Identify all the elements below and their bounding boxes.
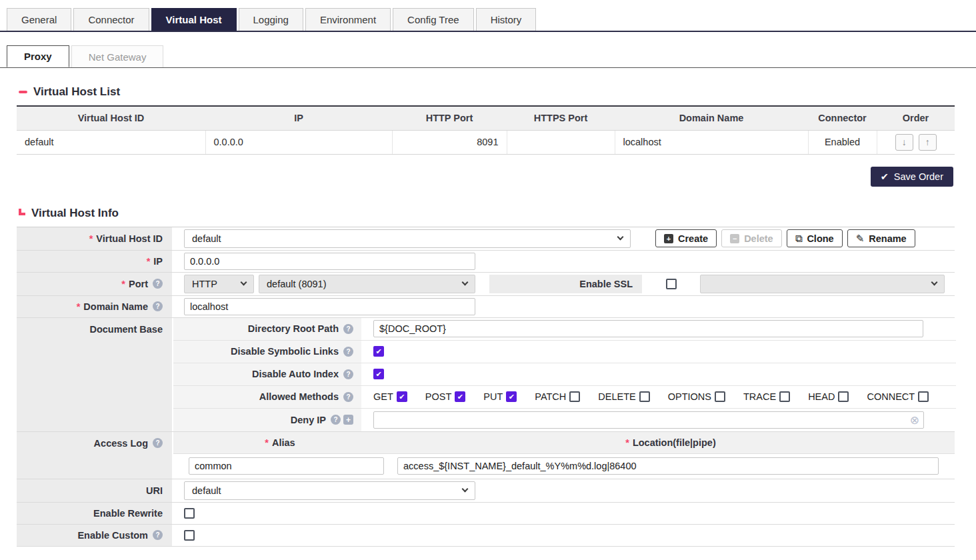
sub-row-disable-auto-index: Disable Auto Index ? ✔ bbox=[173, 363, 956, 386]
section-title-virtual-host-list: Virtual Host List bbox=[33, 85, 120, 99]
help-icon[interactable]: ? bbox=[153, 301, 163, 311]
add-deny-ip-icon[interactable]: + bbox=[343, 415, 353, 425]
alias-header: * Alias bbox=[173, 437, 387, 448]
enable-rewrite-checkbox[interactable]: ✔ bbox=[184, 508, 195, 519]
clone-button[interactable]: ⧉ Clone bbox=[787, 229, 843, 247]
tab-general[interactable]: General bbox=[7, 8, 71, 31]
method-delete-checkbox[interactable]: ✔ bbox=[639, 391, 650, 402]
row-domain-name: * Domain Name ? bbox=[17, 296, 955, 318]
help-icon[interactable]: ? bbox=[343, 347, 353, 357]
method-head: HEAD ✔ bbox=[808, 391, 849, 402]
ssl-config-select[interactable] bbox=[700, 275, 945, 293]
check-icon: ✔ bbox=[399, 393, 405, 401]
rename-button[interactable]: ✎ Rename bbox=[847, 229, 915, 247]
method-put-checkbox[interactable]: ✔ bbox=[506, 391, 517, 402]
ip-label: * IP bbox=[17, 251, 173, 272]
col-virtual-host-id: Virtual Host ID bbox=[17, 106, 205, 130]
row-port: * Port ? HTTP default (8091) Enable SSL … bbox=[17, 273, 955, 296]
disable-auto-index-checkbox[interactable]: ✔ bbox=[373, 369, 384, 379]
port-label: * Port ? bbox=[17, 273, 173, 295]
enable-ssl-checkbox[interactable]: ✔ bbox=[666, 279, 677, 289]
col-connector: Connector bbox=[808, 106, 877, 130]
row-uri: URI default bbox=[17, 479, 955, 503]
access-log-header: * Alias * Location(file|pipe) bbox=[173, 432, 955, 454]
access-log-inputs bbox=[173, 454, 955, 479]
deny-ip-input[interactable] bbox=[373, 411, 924, 429]
location-input[interactable] bbox=[397, 457, 939, 475]
help-icon[interactable]: ? bbox=[331, 415, 341, 425]
tab-virtual-host[interactable]: Virtual Host bbox=[151, 8, 237, 31]
section-title-virtual-host-info: Virtual Host Info bbox=[31, 207, 119, 220]
uri-select[interactable]: default bbox=[184, 481, 475, 500]
row-document-base: Document Base Directory Root Path ? Disa… bbox=[17, 318, 955, 432]
required-marker: * bbox=[89, 233, 93, 244]
tab-config-tree[interactable]: Config Tree bbox=[393, 8, 474, 31]
tab-proxy[interactable]: Proxy bbox=[7, 45, 69, 67]
help-icon[interactable]: ? bbox=[343, 392, 353, 402]
method-head-checkbox[interactable]: ✔ bbox=[838, 391, 849, 402]
move-up-button[interactable]: ↑ bbox=[919, 134, 937, 151]
tab-environment[interactable]: Environment bbox=[305, 8, 391, 31]
allowed-methods-group: GET ✔ POST ✔ PUT ✔ bbox=[361, 386, 956, 408]
disable-symbolic-links-checkbox[interactable]: ✔ bbox=[373, 346, 384, 357]
save-order-button[interactable]: ✔ Save Order bbox=[871, 167, 953, 187]
col-ip: IP bbox=[205, 106, 392, 130]
directory-root-path-input[interactable] bbox=[373, 320, 923, 337]
method-options: OPTIONS ✔ bbox=[668, 391, 725, 402]
domain-name-input[interactable] bbox=[184, 298, 475, 315]
create-button[interactable]: + Create bbox=[655, 229, 717, 247]
help-icon[interactable]: ? bbox=[153, 438, 163, 448]
cell-order: ↓ ↑ bbox=[877, 130, 955, 154]
method-post: POST ✔ bbox=[425, 391, 465, 402]
method-trace-checkbox[interactable]: ✔ bbox=[779, 391, 790, 402]
chevron-down-icon bbox=[462, 279, 469, 286]
method-patch-checkbox[interactable]: ✔ bbox=[569, 391, 580, 402]
method-connect: CONNECT ✔ bbox=[867, 391, 929, 402]
save-order-label: Save Order bbox=[894, 171, 943, 182]
allowed-methods-label: Allowed Methods ? bbox=[173, 386, 361, 408]
cell-virtual-host-id: default bbox=[17, 130, 205, 154]
col-order: Order bbox=[877, 106, 955, 130]
method-options-checkbox[interactable]: ✔ bbox=[715, 391, 725, 402]
method-connect-checkbox[interactable]: ✔ bbox=[918, 391, 929, 402]
virtual-host-list-header: Virtual Host List bbox=[19, 85, 976, 99]
disable-auto-index-label: Disable Auto Index ? bbox=[173, 363, 361, 385]
table-row: default 0.0.0.0 8091 localhost Enabled ↓… bbox=[17, 130, 955, 154]
tab-history[interactable]: History bbox=[476, 8, 537, 31]
virtual-host-id-select[interactable]: default bbox=[184, 229, 631, 248]
sub-row-directory-root-path: Directory Root Path ? bbox=[173, 318, 956, 341]
row-enable-custom: Enable Custom ? ✔ bbox=[17, 525, 955, 547]
tab-logging[interactable]: Logging bbox=[239, 8, 303, 31]
sub-row-deny-ip: Deny IP ? + ⊗ bbox=[173, 409, 956, 431]
tab-net-gateway[interactable]: Net Gateway bbox=[71, 45, 164, 67]
help-icon[interactable]: ? bbox=[153, 530, 163, 540]
help-icon[interactable]: ? bbox=[343, 369, 353, 379]
ip-input[interactable] bbox=[184, 253, 475, 270]
method-get-checkbox[interactable]: ✔ bbox=[397, 391, 407, 402]
chevron-down-icon bbox=[462, 486, 469, 493]
enable-ssl-label: Enable SSL bbox=[489, 275, 642, 293]
action-buttons: + Create − Delete ⧉ Clone ✎ Rename bbox=[655, 229, 915, 247]
clear-icon[interactable]: ⊗ bbox=[910, 414, 919, 425]
method-put: PUT ✔ bbox=[483, 391, 517, 402]
help-icon[interactable]: ? bbox=[153, 279, 163, 289]
method-post-checkbox[interactable]: ✔ bbox=[455, 391, 465, 402]
help-icon[interactable]: ? bbox=[343, 324, 353, 334]
sub-row-disable-symbolic-links: Disable Symbolic Links ? ✔ bbox=[173, 341, 956, 363]
check-icon: ✔ bbox=[375, 348, 381, 355]
main-tab-bar: General Connector Virtual Host Logging E… bbox=[0, 0, 976, 32]
alias-input[interactable] bbox=[189, 457, 384, 475]
tab-connector[interactable]: Connector bbox=[73, 8, 149, 31]
port-protocol-select[interactable]: HTTP bbox=[184, 275, 254, 293]
cell-domain-name: localhost bbox=[615, 130, 808, 154]
check-icon: ✔ bbox=[509, 393, 515, 401]
sub-tab-bar: Proxy Net Gateway bbox=[0, 45, 976, 68]
collapse-dash-icon bbox=[19, 91, 27, 93]
delete-button[interactable]: − Delete bbox=[721, 229, 782, 247]
document-base-label: Document Base bbox=[17, 318, 173, 431]
enable-custom-checkbox[interactable]: ✔ bbox=[184, 530, 195, 541]
move-down-button[interactable]: ↓ bbox=[895, 134, 913, 151]
enable-rewrite-label: Enable Rewrite bbox=[17, 503, 173, 524]
virtual-host-info-form: * Virtual Host ID default + Create − Del… bbox=[17, 227, 955, 547]
port-value-select[interactable]: default (8091) bbox=[259, 275, 475, 293]
